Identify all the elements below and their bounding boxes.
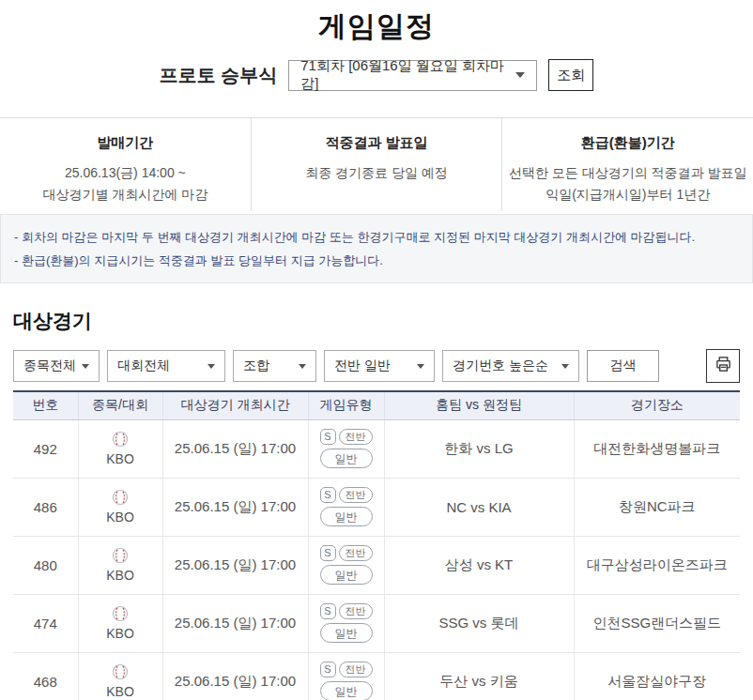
games-table: 번호 종목/대회 대상경기 개최시간 게임유형 홈팀 vs 원정팀 경기장소 4… [13,390,740,700]
half-type-filter-value: 전반 일반 [334,358,411,374]
game-time: 25.06.15 (일) 17:00 [162,419,308,478]
chevron-down-icon [561,364,569,369]
table-row: 468 KBO 25.06.15 (일) 17:00 S 전반 [13,652,740,700]
sort-order-value: 경기번호 높은순 [453,358,556,374]
info-line: 최종 경기종료 당일 예정 [252,162,502,184]
game-type-badges: S 전반 일반 [309,429,384,468]
section-title: 대상경기 [13,308,753,334]
baseball-icon [112,489,129,509]
info-col-refund-period: 환급(환불)기간 선택한 모든 대상경기의 적중결과 발표일 익일(지급개시일)… [501,118,753,211]
league-cell: KBO [79,489,162,525]
game-time: 25.06.15 (일) 17:00 [162,652,308,700]
badge-first-half: 전반 [339,662,373,677]
info-line: 대상경기별 개최시간에 마감 [0,184,251,205]
table-row: 486 KBO 25.06.15 (일) 17:00 S 전반 [13,478,740,536]
table-row: 492 KBO 25.06.15 (일) 17:00 S 전반 [13,419,740,478]
league-filter-value: 대회전체 [117,358,202,374]
info-col-result-date: 적중결과 발표일 최종 경기종료 당일 예정 [251,118,502,211]
col-header-game-type: 게임유형 [308,391,384,419]
print-button[interactable] [706,349,740,383]
venue: 서울잠실야구장 [574,652,740,700]
note-line: - 회차의 마감은 마지막 두 번째 대상경기 개최시간에 마감 또는 한경기구… [14,225,739,249]
baseball-icon [112,431,129,450]
game-number: 492 [13,419,78,478]
venue: 대전한화생명볼파크 [574,419,740,478]
col-header-time: 대상경기 개최시간 [162,391,308,419]
badge-s: S [320,487,336,503]
venue: 대구삼성라이온즈파크 [574,536,740,594]
inquiry-button[interactable]: 조회 [548,59,593,91]
notes-box: - 회차의 마감은 마지막 두 번째 대상경기 개최시간에 마감 또는 한경기구… [0,214,753,283]
match-teams: 두산 vs 키움 [384,652,574,700]
league-label: KBO [106,510,134,525]
venue: 창원NC파크 [574,478,740,536]
baseball-icon [112,547,129,567]
chevron-down-icon [515,72,525,78]
game-schedule-page: 게임일정 프로토 승부식 71회차 [06월16일 월요일 회차마감] 조회 발… [0,0,753,700]
game-time: 25.06.15 (일) 17:00 [162,478,308,536]
filter-bar: 종목전체 대회전체 조합 전반 일반 경기번호 높은순 검색 [13,350,740,382]
info-strip: 발매기간 25.06.13(금) 14:00 ~ 대상경기별 개최시간에 마감 … [0,117,753,211]
chevron-down-icon [299,364,306,369]
half-type-filter-select[interactable]: 전반 일반 [324,350,435,382]
venue: 인천SSG랜더스필드 [574,594,740,652]
chevron-down-icon [207,364,215,369]
badge-normal: 일반 [320,623,373,643]
game-number: 474 [13,594,78,652]
chevron-down-icon [82,364,89,369]
info-title: 적중결과 발표일 [252,134,502,152]
game-number: 486 [13,478,78,536]
badge-first-half: 전반 [339,545,373,561]
game-time: 25.06.15 (일) 17:00 [162,594,308,652]
round-selector-bar: 프로토 승부식 71회차 [06월16일 월요일 회차마감] 조회 [0,59,753,91]
league-cell: KBO [79,547,162,583]
baseball-icon [112,663,129,683]
baseball-icon [112,605,129,625]
round-select-value: 71회차 [06월16일 월요일 회차마감] [300,57,510,93]
badge-first-half: 전반 [339,429,373,445]
col-header-number: 번호 [13,391,78,419]
col-header-sport: 종목/대회 [78,391,162,419]
badge-first-half: 전반 [339,603,373,619]
sport-filter-value: 종목전체 [23,358,76,374]
match-teams: NC vs KIA [384,478,574,536]
game-number: 468 [13,652,78,700]
badge-normal: 일반 [320,681,373,700]
match-teams: 삼성 vs KT [384,536,574,594]
col-header-venue: 경기장소 [574,391,740,419]
match-teams: SSG vs 롯데 [384,594,574,652]
combination-filter-select[interactable]: 조합 [233,350,316,382]
game-type-badges: S 전반 일반 [309,603,384,643]
game-type-badges: S 전반 일반 [309,545,384,585]
search-button[interactable]: 검색 [587,350,659,382]
game-type-badges: S 전반 일반 [309,487,384,526]
info-line: 선택한 모든 대상경기의 적중결과 발표일 [502,162,753,184]
page-title: 게임일정 [0,0,753,46]
badge-normal: 일반 [320,507,373,526]
sort-order-select[interactable]: 경기번호 높은순 [442,350,579,382]
game-type-badges: S 전반 일반 [309,662,384,700]
league-cell: KBO [79,431,162,466]
match-teams: 한화 vs LG [384,419,574,478]
badge-first-half: 전반 [339,487,373,503]
table-row: 474 KBO 25.06.15 (일) 17:00 S 전반 [13,594,740,652]
badge-normal: 일반 [320,565,373,585]
badge-s: S [320,429,336,445]
league-label: KBO [106,684,134,699]
info-line: 익일(지급개시일)부터 1년간 [502,184,753,205]
badge-s: S [320,603,336,619]
league-cell: KBO [79,605,162,641]
table-row: 480 KBO 25.06.15 (일) 17:00 S 전반 [13,536,740,594]
printer-icon [715,356,732,376]
sport-filter-select[interactable]: 종목전체 [13,350,100,382]
round-select[interactable]: 71회차 [06월16일 월요일 회차마감] [288,60,537,91]
note-line: - 환급(환불)의 지급시기는 적중결과 발표 당일부터 지급 가능합니다. [14,249,739,272]
game-number: 480 [13,536,78,594]
badge-s: S [320,662,336,677]
league-label: KBO [106,568,134,583]
info-line: 25.06.13(금) 14:00 ~ [0,162,251,184]
league-filter-select[interactable]: 대회전체 [107,350,225,382]
badge-normal: 일반 [320,449,373,468]
combination-filter-value: 조합 [243,358,293,374]
league-cell: KBO [79,663,162,699]
